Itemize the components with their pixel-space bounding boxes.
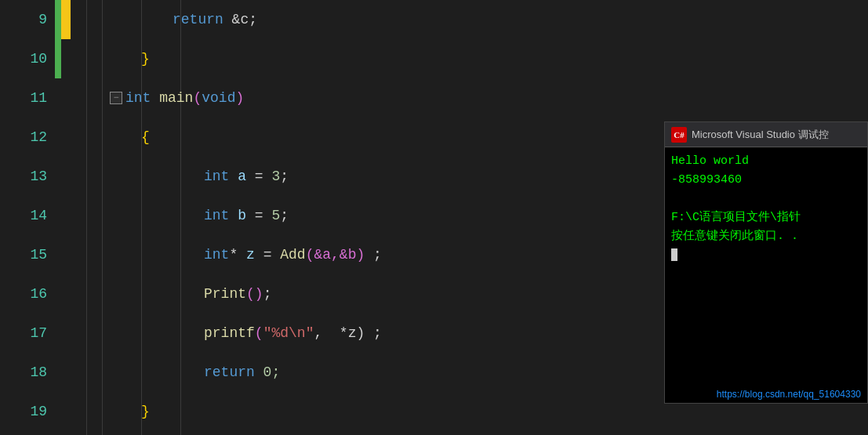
line-num-18: 18: [0, 353, 47, 392]
token-space: [151, 90, 159, 106]
token-semi4: ;: [263, 286, 272, 302]
code-line-11: − int main ( void ): [71, 78, 868, 118]
gutter-15: [55, 235, 71, 274]
line-num-9: 9: [0, 0, 47, 39]
green-marker-10: [55, 39, 61, 78]
line-num-14: 14: [0, 196, 47, 235]
token-paren-open: (: [193, 90, 202, 106]
token-semi3: ;: [365, 247, 382, 263]
token-print-fn: Print: [204, 286, 246, 302]
line-num-19: 19: [0, 392, 47, 431]
token-var-a: a: [238, 169, 246, 184]
token-semi2: ;: [280, 208, 289, 223]
token-fmt-str: "%d\n": [263, 325, 314, 341]
token-int-b: int: [204, 208, 229, 223]
token-void: void: [202, 90, 235, 106]
token-int: int: [125, 90, 151, 106]
collapse-button[interactable]: −: [110, 92, 122, 104]
line-num-16: 16: [0, 274, 47, 314]
token-star: *: [229, 247, 246, 263]
gutter-18: [55, 353, 71, 392]
line-num-15: 15: [0, 235, 47, 274]
token-main: main: [159, 90, 193, 106]
code-line-9: return &c;: [71, 0, 868, 39]
token-num-5: 5: [271, 208, 280, 223]
console-line-3: [671, 190, 861, 208]
gutter: [55, 0, 71, 435]
token-space2: [229, 169, 238, 184]
gutter-11: [55, 78, 71, 118]
console-line-4: F:\C语言项目文件\指针: [671, 208, 861, 227]
green-marker-9: [55, 0, 61, 39]
token-paren-close: ): [235, 90, 244, 106]
line-num-11: 11: [0, 78, 47, 118]
token-printf-fn: printf: [204, 325, 255, 341]
token-brace-open: {: [141, 129, 150, 145]
console-app-icon: C#: [671, 127, 687, 143]
token-int-z: int: [204, 247, 229, 263]
token-amp: &c;: [223, 12, 257, 27]
gutter-12: [55, 118, 71, 157]
gutter-10: [55, 39, 71, 78]
token-add-args: (&a,&b): [306, 247, 365, 263]
token-num-3: 3: [271, 169, 280, 184]
token-num-0: 0;: [255, 364, 280, 380]
console-cursor: [671, 248, 677, 261]
console-cursor-line: [671, 246, 861, 265]
token-brace-close: }: [141, 51, 150, 67]
gutter-16: [55, 274, 71, 314]
line-num-10: 10: [0, 39, 47, 78]
gutter-9: [55, 0, 71, 39]
token-return2: return: [204, 364, 255, 380]
token-space3: [229, 208, 238, 223]
line-num-13: 13: [0, 157, 47, 196]
token-var-b: b: [238, 208, 246, 223]
token-printf-rest: , *z): [314, 325, 365, 341]
token-return: return: [173, 12, 223, 27]
gutter-14: [55, 196, 71, 235]
gutter-19: [55, 392, 71, 431]
token-print-parens: (): [246, 286, 263, 302]
console-footer-url: https://blog.csdn.net/qq_51604330: [665, 386, 867, 403]
console-title: Microsoft Visual Studio 调试控: [692, 128, 829, 142]
token-semi5: ;: [365, 325, 382, 341]
token-var-z: z: [246, 247, 255, 263]
token-add-fn: Add: [280, 247, 305, 263]
token-eq2: =: [246, 208, 271, 223]
console-titlebar: C# Microsoft Visual Studio 调试控: [665, 122, 867, 147]
code-line-10: }: [71, 39, 868, 78]
gutter-13: [55, 157, 71, 196]
editor-area: 9 10 11 12 13 14 15 16 17 18 19: [0, 0, 868, 435]
console-line-2: -858993460: [671, 171, 861, 190]
line-num-12: 12: [0, 118, 47, 157]
line-num-17: 17: [0, 314, 47, 353]
token-brace-close2: }: [141, 404, 150, 419]
console-line-5: 按任意键关闭此窗口. .: [671, 227, 861, 246]
console-body: Hello world -858993460 F:\C语言项目文件\指针 按任意…: [665, 147, 867, 403]
token-printf-open: (: [255, 325, 263, 341]
console-window: C# Microsoft Visual Studio 调试控 Hello wor…: [664, 121, 868, 404]
line-numbers: 9 10 11 12 13 14 15 16 17 18 19: [0, 0, 55, 435]
token-eq3: =: [255, 247, 280, 263]
gutter-17: [55, 314, 71, 353]
console-line-1: Hello world: [671, 152, 861, 171]
token-eq: =: [246, 169, 271, 184]
token-semi: ;: [280, 169, 289, 184]
token-int-a: int: [204, 169, 229, 184]
